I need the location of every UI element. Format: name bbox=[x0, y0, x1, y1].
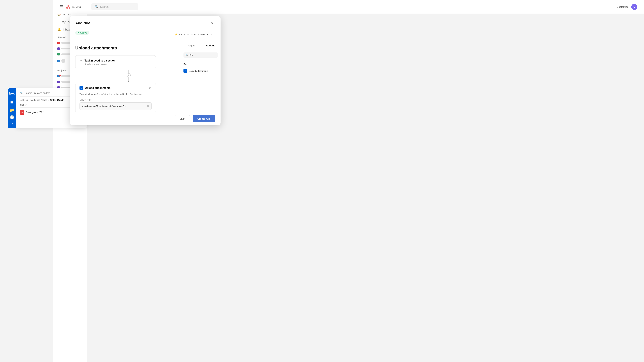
box-nav-recent[interactable]: 🕐 bbox=[8, 114, 16, 121]
asana-topbar: ☰ asana 🔍 Search Customize U bbox=[53, 0, 644, 14]
svg-point-1 bbox=[66, 7, 68, 9]
search-bar[interactable]: 🔍 Search bbox=[92, 3, 138, 10]
sidebar-inbox-label: Inbox bbox=[63, 28, 70, 31]
trigger-card[interactable]: → Task moved to a section Final approved… bbox=[75, 55, 156, 69]
lightning-icon: ⚡ bbox=[175, 33, 178, 36]
connector: + bbox=[75, 70, 175, 82]
rule-action-name: Upload attachments bbox=[189, 70, 208, 72]
topbar-right: Customize U bbox=[617, 4, 637, 10]
search-label: Search bbox=[100, 5, 109, 8]
breadcrumb-chevron-2: › bbox=[48, 99, 49, 101]
box-nav-strip: box ☰ 📁 🕐 ✓ bbox=[8, 88, 16, 128]
breadcrumb-current: Color Guide bbox=[50, 98, 64, 101]
url-clear-button[interactable]: ✕ bbox=[146, 104, 149, 108]
add-rule-modal: Add rule × Active ⚡ Run on tasks and sub… bbox=[70, 16, 220, 125]
box-logo-text: box bbox=[9, 92, 14, 95]
back-button[interactable]: Back bbox=[174, 115, 190, 122]
add-step-button[interactable]: + bbox=[126, 73, 131, 77]
more-options-icon[interactable]: ··· bbox=[211, 33, 213, 36]
modal-footer: Back Create rule bbox=[70, 112, 220, 125]
connector-line-bottom bbox=[128, 77, 129, 81]
connector-arrow bbox=[128, 81, 130, 82]
search-icon: 🔍 bbox=[95, 5, 98, 9]
create-rule-button[interactable]: Create rule bbox=[193, 115, 215, 122]
action-description: Task attachments (up to 10) will be uplo… bbox=[80, 92, 152, 96]
user-avatar[interactable]: U bbox=[631, 4, 637, 10]
bell-icon: 🔔 bbox=[57, 28, 61, 31]
pdf-icon: PDF bbox=[20, 110, 24, 115]
url-input-row[interactable]: www.box.com/Marketingassets/colorguide2.… bbox=[80, 102, 152, 110]
chevron-down-icon: ▼ bbox=[206, 33, 209, 36]
url-label: URL of folder bbox=[80, 98, 152, 101]
upload-action-box-icon: b bbox=[184, 69, 187, 73]
asana-logo: asana bbox=[66, 5, 81, 9]
menu-icon[interactable]: ☰ bbox=[60, 5, 64, 9]
asana-logo-icon bbox=[66, 5, 70, 9]
tab-actions[interactable]: Actions bbox=[201, 41, 221, 50]
rule-action-item-upload[interactable]: b Upload attachments bbox=[184, 67, 218, 74]
svg-point-0 bbox=[68, 5, 69, 7]
breadcrumb-chevron-1: › bbox=[29, 99, 30, 101]
panel-section-label: Box bbox=[184, 63, 218, 65]
tab-triggers[interactable]: Triggers bbox=[181, 41, 201, 50]
box-nav-files[interactable]: 📁 bbox=[8, 106, 16, 114]
run-on-tasks-label: Run on tasks and subtasks bbox=[179, 33, 205, 36]
delete-action-button[interactable]: 🗑 bbox=[148, 86, 152, 90]
check-icon: ✓ bbox=[57, 20, 60, 24]
rule-panel-search: 🔍 Box bbox=[181, 50, 220, 60]
modal-close-button[interactable]: × bbox=[209, 20, 215, 26]
run-on-tasks-dropdown[interactable]: ⚡ Run on tasks and subtasks ▼ ··· bbox=[173, 32, 215, 37]
box-nav-menu[interactable]: ☰ bbox=[8, 99, 16, 106]
name-column-label[interactable]: Name bbox=[20, 104, 26, 106]
breadcrumb-all-files[interactable]: All Files bbox=[20, 99, 28, 101]
action-header: b Upload attachments 🗑 bbox=[80, 86, 152, 90]
box-action-icon: b bbox=[80, 86, 83, 90]
box-search-icon: 🔍 bbox=[20, 92, 23, 94]
trigger-sublabel: Final approved assets bbox=[84, 63, 152, 66]
trigger-arrow-icon: → bbox=[80, 59, 82, 62]
svg-point-2 bbox=[68, 7, 70, 9]
modal-title: Add rule bbox=[75, 21, 90, 25]
app-container: ☰ asana 🔍 Search Customize U + Crea bbox=[0, 0, 644, 362]
breadcrumb-marketing-assets[interactable]: Marketing Assets bbox=[30, 99, 47, 101]
file-name: Color guide 2022 bbox=[26, 111, 44, 114]
action-title: Upload attachments bbox=[85, 86, 110, 89]
sort-indicator: ↑ bbox=[26, 104, 27, 106]
trigger-label: Task moved to a section bbox=[84, 59, 116, 62]
rule-search-value: Box bbox=[190, 54, 193, 56]
connector-line-top bbox=[128, 70, 129, 73]
rule-main-title: Upload attachments bbox=[75, 45, 175, 51]
action-card: b Upload attachments 🗑 Task attachments … bbox=[75, 83, 156, 113]
box-nav-checked[interactable]: ✓ bbox=[8, 121, 16, 128]
modal-subheader: Active ⚡ Run on tasks and subtasks ▼ ··· bbox=[70, 29, 220, 38]
asana-logo-text: asana bbox=[72, 5, 81, 9]
rule-search-icon: 🔍 bbox=[186, 54, 188, 56]
active-label: Active bbox=[80, 31, 87, 34]
active-dot bbox=[78, 32, 79, 33]
customize-label[interactable]: Customize bbox=[617, 5, 628, 8]
action-title-row: b Upload attachments bbox=[80, 86, 110, 90]
box-logo-area: box bbox=[8, 88, 16, 99]
rule-search-input-container[interactable]: 🔍 Box bbox=[184, 52, 218, 58]
active-badge: Active bbox=[75, 31, 90, 35]
rule-panel-tabs: Triggers Actions bbox=[181, 41, 220, 50]
modal-header: Add rule × bbox=[70, 16, 220, 29]
url-value: www.box.com/Marketingassets/colorguide2.… bbox=[82, 105, 145, 107]
trigger-row: → Task moved to a section bbox=[80, 59, 152, 62]
